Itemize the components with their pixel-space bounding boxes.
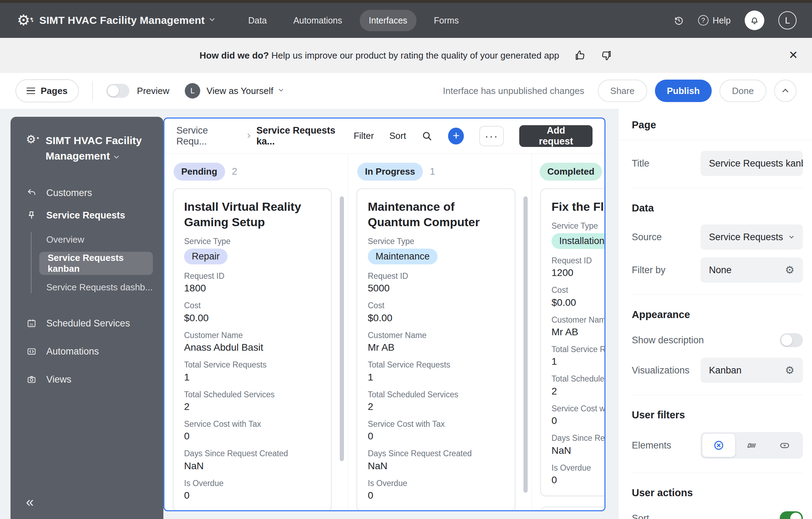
settings-panel: Page Title Service Requests kanba Data S… [618, 109, 812, 519]
gear-icon[interactable]: ⚙ [785, 365, 794, 376]
done-button[interactable]: Done [719, 80, 766, 102]
thumbs-up-icon[interactable] [574, 49, 586, 61]
field-label: Request ID [368, 271, 504, 281]
builder-toolbar: Pages Preview L View as Yourself Interfa… [0, 73, 812, 109]
view-as-selector[interactable]: L View as Yourself [185, 83, 283, 99]
page-canvas[interactable]: Service Requ... Service Requests ka... F… [163, 117, 605, 511]
field-value: 1 [184, 372, 320, 383]
tab-forms[interactable]: Forms [425, 10, 468, 31]
field-value: NaN [368, 460, 504, 472]
collapse-sidebar-icon[interactable]: « [26, 494, 34, 510]
history-button[interactable] [674, 15, 684, 26]
column-status-pill[interactable]: Pending [174, 163, 225, 181]
field-label: Total Service Requests [552, 345, 605, 354]
field-label: Cost [552, 285, 605, 295]
field-value: Mr AB [368, 342, 504, 353]
close-icon[interactable]: ✕ [789, 48, 798, 62]
elements-option-dropdown[interactable] [768, 434, 801, 457]
help-button[interactable]: ? Help [698, 15, 731, 26]
topbar-right: ? Help L [674, 11, 797, 30]
sidebar-item-views[interactable]: Views [26, 368, 153, 391]
divider [632, 395, 803, 395]
show-description-toggle[interactable] [780, 333, 803, 347]
field-value: 1 [368, 372, 504, 383]
publish-button[interactable]: Publish [655, 80, 712, 102]
code-window-icon [26, 346, 37, 357]
field-label: Total Service Requests [184, 360, 320, 369]
preview-toggle[interactable] [106, 84, 129, 98]
sidebar-item-automations[interactable]: Automations [26, 340, 153, 363]
column-scrollbar[interactable] [340, 196, 344, 461]
sort-button[interactable]: Sort [389, 130, 406, 141]
field-label: Customer Name [184, 331, 320, 340]
kanban-card[interactable]: Repair AI Ass [540, 507, 605, 511]
field-label: Customer Name [552, 315, 605, 324]
more-options-button[interactable]: ··· [479, 126, 504, 146]
user-avatar[interactable]: L [778, 11, 797, 29]
canvas-header: Service Requ... Service Requests ka... F… [164, 119, 604, 154]
field-value: 0 [368, 431, 504, 442]
top-nav-tabs: Data Automations Interfaces Forms [239, 10, 468, 31]
column-status-pill[interactable]: Completed [540, 163, 602, 181]
sidebar-item-service-requests-dashboard[interactable]: Service Requests dashb... [26, 276, 153, 298]
thumbs-down-icon[interactable] [601, 49, 613, 61]
sidebar-item-service-requests-kanban[interactable]: Service Requests kanban [39, 252, 153, 275]
notifications-button[interactable] [745, 11, 764, 30]
elements-option-tabs[interactable] [735, 434, 768, 457]
chevron-down-icon [210, 16, 215, 21]
kanban-card[interactable]: Install Virtual Reality Gaming Setup Ser… [173, 188, 332, 511]
title-input[interactable]: Service Requests kanba [701, 151, 803, 176]
service-type-pill: Repair [184, 249, 228, 264]
kanban-board: Pending 2 Install Virtual Reality Gaming… [164, 154, 604, 511]
sidebar-item-label: Scheduled Services [46, 318, 130, 329]
column-status-pill[interactable]: In Progress [357, 163, 423, 181]
column-count: 1 [430, 166, 435, 177]
filter-button[interactable]: Filter [354, 130, 374, 141]
visualizations-control[interactable]: Kanban ⚙ [701, 358, 803, 383]
visualizations-label: Visualizations [632, 365, 690, 376]
kanban-card[interactable]: Maintenance of Quantum Computer Service … [357, 188, 515, 511]
service-type-pill: Installation [552, 233, 605, 249]
sidebar-item-overview[interactable]: Overview [26, 229, 153, 250]
field-label: Is Overdue [552, 463, 605, 472]
breadcrumb-parent[interactable]: Service Requ... [176, 125, 239, 147]
kanban-card[interactable]: Fix the Flux C Service Type Installation… [540, 188, 605, 496]
app-logo-gear-icon: ⚙✦ [26, 133, 38, 145]
field-value: $0.00 [184, 312, 320, 324]
chevron-right-icon [246, 134, 250, 138]
share-button[interactable]: Share [598, 80, 647, 102]
sidebar-item-scheduled-services[interactable]: 31 Scheduled Services [26, 312, 153, 335]
field-value: Mr AB [552, 326, 605, 338]
sidebar-item-label: Customers [46, 188, 92, 198]
sidebar-header[interactable]: ⚙✦ SIMT HVAC Facility Management [26, 133, 153, 163]
add-request-button[interactable]: Add request [519, 125, 593, 147]
sidebar-item-customers[interactable]: Customers [26, 182, 153, 204]
sort-action-label: Sort [632, 513, 649, 519]
breadcrumb-current: Service Requests ka... [256, 125, 353, 147]
field-value: 2 [368, 401, 504, 412]
pages-button[interactable]: Pages [15, 79, 79, 102]
field-label: Cost [368, 301, 504, 310]
sort-toggle[interactable] [780, 511, 803, 519]
pages-sidebar: ⚙✦ SIMT HVAC Facility Management Custome… [11, 117, 163, 519]
elements-option-none[interactable] [702, 434, 735, 457]
field-label: Days Since Request Created [552, 433, 605, 443]
collapse-toolbar-button[interactable] [774, 80, 797, 102]
dropdown-icon [779, 439, 791, 451]
sidebar-item-service-requests[interactable]: Service Requests [26, 204, 153, 227]
source-select[interactable]: Service Requests [701, 224, 803, 250]
divider [632, 295, 803, 295]
tab-automations[interactable]: Automations [284, 10, 351, 31]
gear-icon[interactable]: ⚙ [785, 265, 794, 275]
app-title-menu[interactable]: SIMT HVAC Facility Management [39, 14, 214, 26]
tab-interfaces[interactable]: Interfaces [360, 10, 417, 31]
tab-data[interactable]: Data [239, 10, 276, 31]
search-icon[interactable] [421, 130, 433, 142]
svg-text:31: 31 [30, 323, 33, 326]
column-scrollbar[interactable] [523, 196, 528, 493]
add-element-button[interactable]: + [448, 128, 464, 144]
filter-by-control[interactable]: None ⚙ [701, 257, 803, 283]
column-count: 2 [232, 166, 237, 177]
field-label: Request ID [552, 256, 605, 265]
field-value: 2 [552, 386, 605, 397]
